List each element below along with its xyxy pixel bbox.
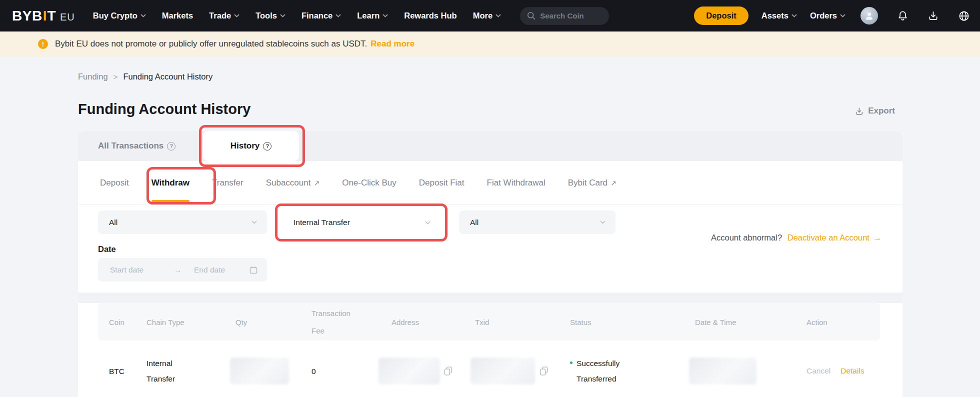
cell-transaction-fee: 0 [312, 364, 316, 379]
deactivate-account-link[interactable]: Deactivate an Account [788, 233, 870, 242]
tab-all-transactions[interactable]: All Transactions ? [98, 131, 176, 161]
subtab-subaccount[interactable]: Subaccount ↗ [266, 161, 320, 204]
menu-finance[interactable]: Finance [302, 11, 341, 20]
chevron-down-icon [280, 14, 286, 18]
chevron-down-icon [840, 14, 846, 18]
tab-history[interactable]: History ? [203, 131, 299, 161]
navbar-right: Search Coin Deposit Assets Orders [520, 6, 970, 25]
menu-rewards-hub[interactable]: Rewards Hub [404, 11, 456, 20]
active-tab-underline [152, 200, 190, 202]
assets-menu[interactable]: Assets [762, 11, 797, 20]
orders-menu[interactable]: Orders [810, 11, 846, 20]
subtab-withdraw[interactable]: Withdraw [152, 161, 190, 204]
col-action: Action [806, 313, 828, 330]
language-selector[interactable] [958, 10, 970, 22]
type-filter-dropdown[interactable]: Internal Transfer [282, 210, 440, 235]
calendar-icon [249, 266, 258, 274]
subtab-fiat-withdrawal[interactable]: Fiat Withdrawal [487, 161, 546, 204]
subtab-bybit-card[interactable]: Bybit Card ↗ [568, 161, 616, 204]
subtab-label: Deposit [100, 178, 129, 188]
search-input[interactable]: Search Coin [520, 7, 609, 25]
redacted-txid [470, 358, 535, 384]
row-actions: Cancel Details [806, 366, 864, 376]
subtab-label: Fiat Withdrawal [487, 178, 546, 188]
person-icon [864, 10, 874, 21]
regulatory-notice-bar: ! Bybit EU does not promote or publicly … [0, 32, 980, 56]
orders-label: Orders [810, 11, 837, 20]
read-more-link[interactable]: Read more [370, 39, 414, 49]
top-navbar: BYBIT EU Buy Crypto Markets Trade Tools … [0, 0, 980, 32]
search-icon [527, 12, 536, 20]
menu-tools[interactable]: Tools [256, 11, 286, 20]
status-text: Successfully Transferred [576, 356, 635, 386]
external-link-icon: ↗ [314, 179, 320, 187]
chevron-down-icon [600, 220, 606, 224]
tab-history-label: History [230, 141, 260, 151]
menu-buy-crypto[interactable]: Buy Crypto [93, 11, 146, 20]
bybit-funding-history-page: BYBIT EU Buy Crypto Markets Trade Tools … [0, 0, 980, 397]
chevron-down-icon [336, 14, 341, 18]
warning-glyph: ! [42, 40, 44, 48]
date-range-arrow-icon: → [174, 266, 194, 274]
tab-all-transactions-label: All Transactions [98, 141, 164, 151]
subtab-transfer[interactable]: Transfer [212, 161, 244, 204]
chevron-down-icon [252, 220, 257, 224]
subtab-label: Subaccount [266, 178, 311, 188]
chevron-down-icon [496, 14, 501, 18]
menu-label: Buy Crypto [93, 11, 138, 20]
help-icon: ? [167, 142, 176, 150]
start-date-placeholder: Start date [110, 266, 174, 274]
export-button[interactable]: Export [854, 106, 895, 116]
logo-text-2: T [47, 8, 56, 24]
deposit-button[interactable]: Deposit [694, 6, 748, 25]
col-transaction-fee: Transaction Fee [312, 304, 362, 340]
col-qty: Qty [236, 313, 247, 330]
menu-markets[interactable]: Markets [162, 11, 193, 20]
user-avatar[interactable] [860, 7, 878, 24]
col-txid: Txid [475, 313, 489, 330]
menu-label: Trade [209, 11, 231, 20]
export-icon [854, 106, 864, 116]
menu-label: Finance [302, 11, 332, 20]
date-range-input[interactable]: Start date → End date [98, 258, 267, 282]
export-label: Export [868, 106, 895, 116]
status-filter-dropdown[interactable]: All [459, 210, 616, 234]
breadcrumb-funding[interactable]: Funding [78, 72, 108, 82]
menu-learn[interactable]: Learn [357, 11, 388, 20]
assets-label: Assets [762, 11, 788, 20]
status-filter-value: All [470, 218, 478, 227]
subtab-label: Deposit Fiat [419, 178, 464, 188]
date-filter-label: Date [98, 244, 116, 254]
bybit-logo[interactable]: BYBIT EU [12, 8, 75, 24]
coin-filter-dropdown[interactable]: All [98, 210, 267, 234]
search-placeholder: Search Coin [540, 12, 584, 20]
redacted-address [378, 358, 440, 384]
menu-trade[interactable]: Trade [209, 11, 240, 20]
history-subtabs: Deposit Withdraw Transfer Subaccount ↗ O… [78, 161, 902, 205]
help-glyph: ? [266, 143, 269, 149]
download-icon [928, 10, 939, 22]
chevron-down-icon [382, 14, 388, 18]
subtab-one-click-buy[interactable]: One-Click Buy [342, 161, 396, 204]
redacted-qty [230, 358, 289, 384]
chevron-down-icon [140, 14, 146, 18]
menu-label: Tools [256, 11, 277, 20]
account-abnormal-text: Account abnormal? [711, 233, 782, 242]
subtab-deposit-fiat[interactable]: Deposit Fiat [419, 161, 464, 204]
details-button[interactable]: Details [840, 366, 864, 376]
menu-more[interactable]: More [473, 11, 501, 20]
end-date-placeholder: End date [194, 266, 249, 274]
breadcrumb-separator-icon: > [114, 72, 118, 81]
copy-txid-icon[interactable] [540, 367, 548, 376]
bell-icon [897, 10, 908, 22]
help-glyph: ? [170, 143, 173, 149]
cancel-button[interactable]: Cancel [806, 366, 830, 376]
download-app[interactable] [928, 10, 939, 22]
copy-address-icon[interactable] [444, 367, 452, 376]
menu-label: Learn [357, 11, 380, 20]
logo-text: BYB [12, 8, 42, 24]
subtab-deposit[interactable]: Deposit [100, 161, 129, 204]
coin-filter-value: All [109, 218, 118, 227]
notifications-bell[interactable] [897, 10, 908, 22]
arrow-right-icon: → [874, 233, 882, 242]
